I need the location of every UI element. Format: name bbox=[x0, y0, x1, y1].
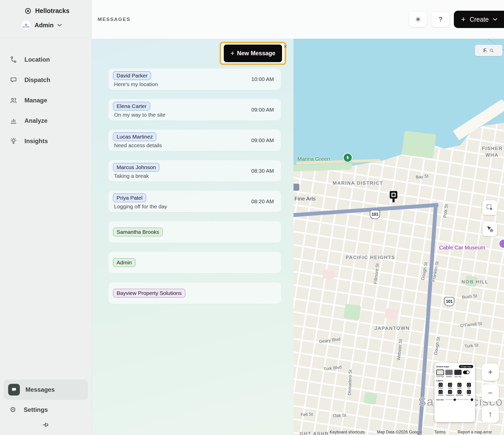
message-preview: On my way to the site bbox=[114, 112, 251, 118]
header-actions: ✳ ? + Create bbox=[409, 11, 504, 28]
contact-chip: Lucas Martinez bbox=[113, 132, 156, 141]
conversation-item[interactable]: Samantha Brooks bbox=[108, 221, 281, 243]
map-canvas[interactable]: 101 101 Marina Green MARINA DISTRICT FIS… bbox=[293, 39, 504, 435]
hellotracks-logo-icon bbox=[24, 7, 32, 15]
layers-section-label: Layers bbox=[436, 379, 473, 382]
avatar-caption: BAYVIEW bbox=[23, 26, 29, 28]
search-icon bbox=[489, 48, 494, 53]
assistant-button[interactable]: ✳ bbox=[409, 12, 427, 27]
add-location-tool-button[interactable] bbox=[482, 221, 497, 236]
layer-traffic[interactable]: Traffic bbox=[446, 383, 455, 389]
zoom-in-button[interactable]: + bbox=[482, 363, 499, 381]
sidebar-item-label: Location bbox=[24, 56, 50, 63]
plus-icon: + bbox=[461, 15, 466, 24]
chevron-down-icon bbox=[57, 24, 62, 27]
account-menu[interactable]: ≋ BAYVIEW Admin bbox=[0, 15, 91, 30]
conversation-main: Marcus Johnson Taking a break bbox=[113, 163, 251, 179]
conversation-item[interactable]: Lucas Martinez Need access details 09:00… bbox=[108, 130, 281, 151]
trips-icon bbox=[467, 390, 471, 394]
message-time: 08:20 AM bbox=[251, 198, 274, 205]
layer-members[interactable]: Members bbox=[455, 390, 464, 396]
jobs-icon bbox=[467, 383, 471, 387]
dismiss-highlight-button[interactable]: × bbox=[284, 43, 287, 50]
conversation-main: Priya Patel Logging off for the day bbox=[113, 194, 251, 210]
marquee-select-tool-button[interactable] bbox=[482, 200, 497, 215]
sidebar-item-insights[interactable]: Insights bbox=[0, 131, 91, 151]
layers-toggle[interactable] bbox=[463, 371, 470, 374]
sidebar-item-location[interactable]: Location bbox=[0, 49, 91, 70]
create-button[interactable]: + Create bbox=[454, 11, 504, 28]
app-root: Hellotracks ≋ BAYVIEW Admin Location Dis… bbox=[0, 0, 504, 435]
collapse-pin-icon[interactable] bbox=[42, 421, 50, 429]
contact-chip: Marcus Johnson bbox=[113, 163, 159, 172]
map-search-box[interactable]: F. bbox=[475, 45, 502, 56]
area-label-fishermans-wharf-1: FISHER bbox=[482, 146, 503, 151]
conversation-main: Bayview Property Solutions bbox=[113, 289, 274, 297]
assistant-icon: ✳ bbox=[415, 16, 421, 23]
poi-label-cable-car-museum: Cable Car Museum bbox=[439, 244, 485, 251]
layer-places[interactable]: Places bbox=[436, 383, 445, 389]
chevron-down-icon bbox=[493, 18, 497, 21]
conversation-item[interactable]: Bayview Property Solutions bbox=[108, 282, 281, 304]
keyboard-shortcuts-link[interactable]: Keyboard shortcuts bbox=[330, 430, 365, 434]
museum-icon bbox=[293, 183, 300, 192]
google-maps-pill[interactable]: Google maps bbox=[459, 365, 473, 368]
sidebar-nav: Location Dispatch Manage Analyze Insight… bbox=[0, 38, 91, 151]
layer-jobs[interactable]: Jobs bbox=[464, 383, 473, 389]
messages-chat-icon bbox=[8, 384, 20, 396]
conversation-item[interactable]: Priya Patel Logging off for the day 08:2… bbox=[108, 191, 281, 212]
sidebar-item-messages[interactable]: Messages bbox=[4, 379, 88, 400]
layer-trips[interactable]: Trips bbox=[464, 390, 473, 396]
location-marker-pin[interactable] bbox=[390, 191, 397, 199]
message-preview: Logging off for the day bbox=[114, 203, 251, 210]
traffic-icon bbox=[448, 383, 452, 387]
conversation-item[interactable]: Marcus Johnson Taking a break 08:30 AM bbox=[108, 160, 281, 182]
message-time: 10:00 AM bbox=[251, 76, 274, 82]
map-data-text: Map Data ©2026 Google bbox=[377, 430, 422, 434]
bar-chart-icon bbox=[10, 117, 17, 125]
gear-icon: ⚙ bbox=[10, 406, 16, 413]
zoom-out-button[interactable]: − bbox=[482, 384, 499, 402]
help-button[interactable]: ? bbox=[431, 12, 449, 27]
conversation-main: David Parker Here's my location bbox=[113, 71, 251, 87]
sidebar-item-analyze[interactable]: Analyze bbox=[0, 111, 91, 131]
area-label-fishermans-wharf-2: WHA bbox=[485, 152, 498, 158]
park-patch bbox=[343, 304, 361, 320]
contact-chip: Priya Patel bbox=[113, 194, 146, 202]
basemap-road[interactable]: Road map bbox=[436, 370, 444, 377]
basemap-dark[interactable]: Dark map bbox=[454, 370, 462, 377]
location-route-icon bbox=[10, 56, 17, 63]
conversation-item[interactable]: Admin bbox=[108, 252, 281, 273]
conversation-item[interactable]: David Parker Here's my location 10:00 AM bbox=[108, 69, 281, 90]
brand-row: Hellotracks bbox=[0, 0, 91, 15]
contact-chip: David Parker bbox=[113, 71, 151, 80]
terms-link[interactable]: Terms bbox=[434, 430, 445, 434]
sidebar-item-manage[interactable]: Manage bbox=[0, 90, 91, 111]
new-message-button[interactable]: + New Message bbox=[224, 45, 282, 62]
layer-zones[interactable]: Zones bbox=[455, 383, 464, 389]
people-icon bbox=[10, 97, 17, 104]
contact-chip: Elena Carter bbox=[113, 102, 150, 111]
sidebar-item-settings[interactable]: ⚙ Settings bbox=[4, 400, 88, 420]
icon-size-slider[interactable] bbox=[445, 399, 469, 400]
conversation-main: Elena Carter On my way to the site bbox=[113, 102, 251, 118]
message-preview: Taking a break bbox=[114, 173, 251, 179]
street-label-divisadero-st: Divisadero St bbox=[347, 370, 353, 396]
area-label-marina-district: MARINA DISTRICT bbox=[333, 180, 383, 186]
sidebar-item-label: Insights bbox=[24, 138, 48, 145]
fort-mason-park bbox=[402, 131, 436, 159]
layer-routes[interactable]: Routes bbox=[436, 390, 445, 396]
message-time: 08:30 AM bbox=[251, 168, 274, 174]
poi-label-marina-green: Marina Green bbox=[297, 156, 330, 162]
members-icon bbox=[457, 390, 461, 394]
report-error-link[interactable]: Report a map error bbox=[458, 430, 492, 434]
top-bar: MESSAGES ✳ ? + Create bbox=[92, 0, 504, 39]
layer-waypoints[interactable]: Waypoints bbox=[446, 390, 455, 396]
recenter-button[interactable]: ↑ bbox=[482, 405, 499, 423]
marquee-select-icon bbox=[486, 204, 494, 211]
sidebar-bottom: Messages ⚙ Settings bbox=[0, 379, 91, 435]
sidebar-item-dispatch[interactable]: Dispatch bbox=[0, 70, 91, 90]
dispatch-bubble-icon bbox=[10, 76, 17, 84]
basemap-satellite[interactable]: Satellite bbox=[445, 370, 453, 377]
conversation-item[interactable]: Elena Carter On my way to the site 09:00… bbox=[108, 99, 281, 120]
